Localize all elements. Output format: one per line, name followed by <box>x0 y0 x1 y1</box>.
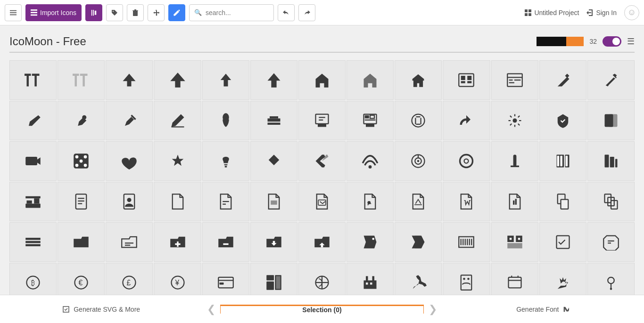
main-content: IcoMoon - Free 32 ☰ <box>0 25 644 323</box>
view-toggle[interactable] <box>603 36 621 47</box>
icon-cell[interactable] <box>202 141 249 181</box>
icon-cell[interactable] <box>250 141 297 181</box>
icon-cell[interactable] <box>395 60 442 100</box>
import-icons-button[interactable]: Import Icons <box>25 4 82 21</box>
icon-cell[interactable] <box>202 182 249 221</box>
icon-cell[interactable] <box>539 101 586 140</box>
icon-cell[interactable] <box>154 182 201 221</box>
svg-rect-8 <box>461 76 465 80</box>
icon-cell[interactable] <box>587 141 635 181</box>
list-view-icon[interactable]: ☰ <box>627 36 635 47</box>
library-button[interactable] <box>85 4 102 21</box>
icon-cell[interactable] <box>9 182 57 221</box>
icon-cell[interactable] <box>587 222 635 262</box>
icon-cell[interactable] <box>154 222 201 262</box>
delete-button[interactable] <box>127 4 144 21</box>
icon-cell[interactable] <box>202 222 249 262</box>
svg-text:€: € <box>79 279 83 287</box>
icon-cell[interactable] <box>154 101 201 140</box>
icon-cell[interactable] <box>58 182 105 221</box>
menu-button[interactable] <box>5 4 22 21</box>
icon-cell[interactable] <box>9 60 57 100</box>
icon-cell[interactable] <box>202 101 249 140</box>
icon-cell[interactable] <box>587 60 635 100</box>
icon-cell[interactable] <box>202 60 249 100</box>
icon-count: 32 <box>589 38 597 45</box>
icon-cell[interactable] <box>298 222 346 262</box>
icon-cell[interactable] <box>347 222 394 262</box>
svg-rect-132 <box>508 277 521 288</box>
svg-rect-3 <box>525 9 528 12</box>
selection-left-arrow[interactable]: ❮ <box>202 303 220 315</box>
icon-cell[interactable] <box>491 141 538 181</box>
icon-cell[interactable] <box>9 141 57 181</box>
tag-button[interactable] <box>106 4 123 21</box>
edit-button[interactable] <box>168 4 185 21</box>
icon-cell[interactable] <box>298 60 346 100</box>
signin-button[interactable]: Sign In <box>583 9 620 16</box>
icon-cell[interactable] <box>154 141 201 181</box>
icon-cell[interactable] <box>106 182 153 221</box>
icon-cell[interactable] <box>395 182 442 221</box>
avatar[interactable]: ☺ <box>624 5 639 20</box>
generate-font-section[interactable]: Generate Font <box>442 306 644 313</box>
icon-cell[interactable] <box>9 101 57 140</box>
icon-cell[interactable] <box>58 101 105 140</box>
icon-cell[interactable] <box>539 141 586 181</box>
icon-cell[interactable] <box>443 101 490 140</box>
icon-cell[interactable] <box>347 141 394 181</box>
icon-cell[interactable] <box>443 141 490 181</box>
icon-cell[interactable] <box>106 101 153 140</box>
icon-cell[interactable] <box>298 141 346 181</box>
search-input[interactable] <box>206 9 272 16</box>
icon-cell[interactable] <box>347 182 394 221</box>
icon-cell[interactable] <box>250 101 297 140</box>
icon-cell[interactable] <box>587 182 635 221</box>
icon-cell[interactable] <box>106 222 153 262</box>
icon-cell[interactable] <box>347 60 394 100</box>
svg-rect-9 <box>468 76 472 80</box>
icon-cell[interactable] <box>58 60 105 100</box>
svg-rect-16 <box>509 82 514 83</box>
svg-rect-29 <box>365 120 376 121</box>
selection-right-arrow[interactable]: ❯ <box>424 303 442 315</box>
icon-cell[interactable] <box>58 141 105 181</box>
icon-cell[interactable] <box>106 60 153 100</box>
svg-rect-105 <box>509 238 512 240</box>
icon-cell[interactable] <box>539 222 586 262</box>
svg-rect-64 <box>25 204 41 208</box>
icon-cell[interactable] <box>491 182 538 221</box>
icon-cell[interactable] <box>539 182 586 221</box>
move-button[interactable] <box>148 4 165 21</box>
icon-cell[interactable] <box>443 222 490 262</box>
generate-svg-section[interactable]: Generate SVG & More <box>0 306 202 313</box>
svg-rect-15 <box>514 80 520 81</box>
icon-cell[interactable] <box>491 101 538 140</box>
icon-cell[interactable] <box>395 101 442 140</box>
icon-cell[interactable] <box>443 60 490 100</box>
icon-cell[interactable] <box>250 60 297 100</box>
undo-button[interactable] <box>278 4 295 21</box>
icon-cell[interactable] <box>106 141 153 181</box>
icon-cell[interactable] <box>587 101 635 140</box>
svg-rect-89 <box>25 244 41 247</box>
svg-text:£: £ <box>127 279 131 287</box>
icon-cell[interactable] <box>491 60 538 100</box>
svg-rect-1 <box>10 12 17 13</box>
selection-section[interactable]: Selection (0) <box>220 305 423 314</box>
svg-rect-125 <box>276 276 280 289</box>
icon-cell[interactable] <box>298 182 346 221</box>
redo-button[interactable] <box>298 4 315 21</box>
icon-cell[interactable] <box>250 182 297 221</box>
icon-cell[interactable] <box>58 222 105 262</box>
icon-cell[interactable] <box>539 60 586 100</box>
icon-cell[interactable] <box>298 101 346 140</box>
icon-cell[interactable] <box>395 222 442 262</box>
icon-cell[interactable] <box>443 182 490 221</box>
icon-cell[interactable] <box>154 60 201 100</box>
icon-cell[interactable] <box>250 222 297 262</box>
icon-cell[interactable] <box>491 222 538 262</box>
icon-cell[interactable] <box>395 141 442 181</box>
icon-cell[interactable] <box>9 222 57 262</box>
icon-cell[interactable] <box>347 101 394 140</box>
